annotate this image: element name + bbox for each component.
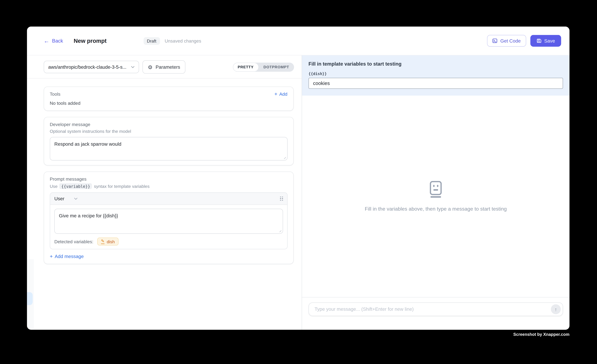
variable-dish-input[interactable] (308, 78, 563, 89)
plus-icon: + (274, 92, 277, 97)
sidebar-strip (27, 259, 34, 330)
page-title: New prompt (74, 38, 107, 44)
editor-cards: Tools + Add No tools added Developer mes… (27, 79, 302, 264)
developer-message-input[interactable]: Respond as jack sparrow would (50, 137, 287, 161)
developer-message-field-wrap: Respond as jack sparrow would (50, 137, 287, 161)
test-panel: Fill in template variables to start test… (302, 55, 569, 330)
sidebar-active-item[interactable] (27, 292, 32, 305)
chat-message-input[interactable] (314, 306, 551, 312)
drag-handle-icon[interactable] (280, 196, 283, 201)
chevron-down-icon (74, 197, 78, 200)
get-code-label: Get Code (500, 38, 521, 43)
app-window: ← Back New prompt Draft Unsaved changes … (27, 27, 569, 330)
model-select[interactable]: aws/anthropic/bedrock-claude-3-5-s... (44, 61, 139, 73)
variable-dish-label: {{dish}} (308, 72, 563, 76)
prompt-editor-column: aws/anthropic/bedrock-claude-3-5-s... ⚙ … (27, 55, 302, 330)
unsaved-changes-text: Unsaved changes (165, 38, 201, 43)
detected-variables-row: Detected variables: ✎ dish (54, 238, 283, 246)
status-badge: Draft (143, 37, 160, 45)
toggle-pretty[interactable]: PRETTY (233, 62, 259, 72)
view-mode-toggle: PRETTY DOTPROMPT (233, 62, 294, 72)
send-button[interactable]: ↑ (551, 304, 561, 314)
gear-icon: ⚙ (148, 64, 152, 70)
hint-suffix: syntax for template variables (94, 184, 149, 189)
message-block: User G (50, 192, 287, 249)
prompt-messages-title: Prompt messages (50, 176, 287, 182)
developer-message-title: Developer message (50, 122, 287, 127)
add-message-label: Add message (55, 254, 84, 259)
parameters-label: Parameters (156, 64, 180, 70)
add-tool-button[interactable]: + Add (274, 91, 287, 97)
role-label: User (54, 196, 64, 201)
save-label: Save (544, 38, 555, 43)
back-arrow-icon: ← (44, 38, 49, 44)
developer-message-card: Developer message Optional system instru… (44, 117, 293, 165)
chat-input-bar: ↑ (308, 303, 563, 316)
prompt-messages-card: Prompt messages Use {{variable}} syntax … (44, 172, 293, 264)
detected-variables-label: Detected variables: (54, 239, 93, 244)
page: ← Back New prompt Draft Unsaved changes … (0, 0, 597, 364)
parameters-button[interactable]: ⚙ Parameters (142, 60, 186, 74)
template-variables-section: Fill in template variables to start test… (302, 55, 569, 96)
variable-syntax-chip: {{variable}} (59, 183, 92, 189)
message-field-wrap: Give me a recipe for {{dish}} (54, 209, 283, 234)
back-label: Back (52, 38, 63, 44)
send-arrow-icon: ↑ (555, 307, 557, 312)
hint-prefix: Use (50, 184, 57, 189)
role-select[interactable]: User (54, 196, 78, 201)
add-message-button[interactable]: + Add message (50, 254, 287, 259)
terminal-icon (492, 38, 497, 43)
header: ← Back New prompt Draft Unsaved changes … (27, 27, 569, 55)
model-bar: aws/anthropic/bedrock-claude-3-5-s... ⚙ … (27, 55, 302, 78)
variable-chip-dish[interactable]: ✎ dish (97, 238, 118, 246)
back-button[interactable]: ← Back (44, 38, 63, 44)
main-content: aws/anthropic/bedrock-claude-3-5-s... ⚙ … (27, 55, 569, 330)
watermark-text: Screenshot by Xnapper.com (27, 332, 569, 337)
save-button[interactable]: Save (530, 35, 561, 47)
template-hint: Use {{variable}} syntax for template var… (50, 183, 287, 189)
chevron-down-icon (131, 66, 134, 68)
chat-empty-state: Fill in the variables above, then type a… (302, 96, 569, 297)
robot-face-icon (429, 181, 443, 198)
tools-title: Tools (50, 91, 60, 97)
header-actions: Get Code Save (487, 35, 561, 47)
message-header: User (50, 193, 287, 205)
plus-icon: + (50, 254, 53, 259)
developer-message-subtitle: Optional system instructions for the mod… (50, 129, 287, 134)
add-tool-label: Add (279, 91, 287, 97)
message-body: Give me a recipe for {{dish}} Detected v… (50, 205, 287, 249)
save-icon (536, 38, 541, 43)
get-code-button[interactable]: Get Code (487, 35, 526, 47)
tools-empty-text: No tools added (50, 100, 287, 106)
toggle-dotprompt[interactable]: DOTPROMPT (259, 62, 294, 72)
chat-input-section: ↑ (302, 297, 569, 330)
pencil-icon: ✎ (101, 239, 104, 244)
user-message-input[interactable]: Give me a recipe for {{dish}} (54, 209, 283, 234)
tools-card: Tools + Add No tools added (44, 86, 293, 111)
variable-chip-label: dish (107, 239, 115, 244)
tools-card-header: Tools + Add (50, 91, 287, 97)
empty-state-text: Fill in the variables above, then type a… (365, 206, 507, 212)
model-select-value: aws/anthropic/bedrock-claude-3-5-s... (48, 64, 126, 70)
template-variables-title: Fill in template variables to start test… (308, 61, 563, 67)
